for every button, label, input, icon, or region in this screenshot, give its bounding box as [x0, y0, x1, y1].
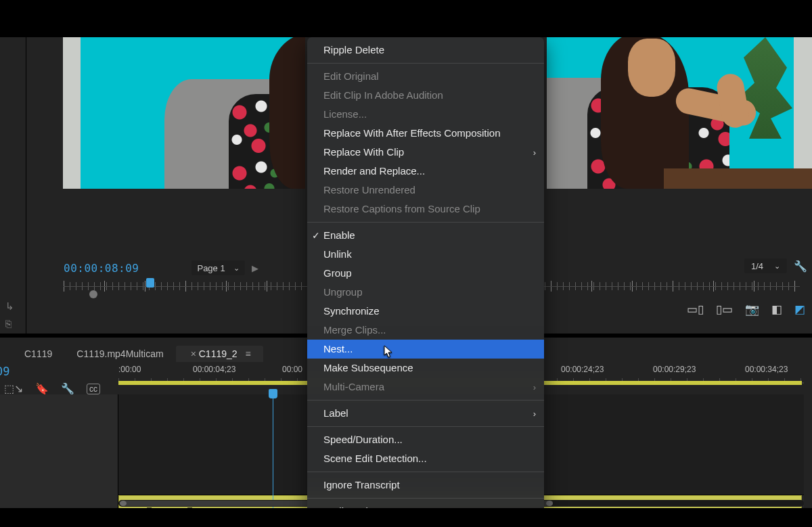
resolution-label: 1/4 — [751, 261, 763, 271]
menu-item-label: Replace With After Effects Composition — [323, 127, 501, 139]
multicam-angle-right[interactable] — [547, 37, 812, 189]
menu-item-edit-clip-in-adobe-audition: Edit Clip In Adobe Audition — [307, 86, 544, 105]
multicam-angle-left[interactable] — [63, 37, 305, 189]
insert-icon[interactable]: ↳ — [5, 300, 14, 313]
menu-item-label: Ripple Delete — [323, 44, 384, 55]
captions-icon[interactable]: cc — [87, 384, 100, 394]
menu-item-label: Synchronize — [323, 305, 380, 317]
menu-item-label: Unlink — [323, 248, 352, 260]
tab-c1119[interactable]: C1119 — [12, 346, 64, 362]
clip-context-menu[interactable]: Ripple DeleteEdit OriginalEdit Clip In A… — [307, 37, 544, 527]
menu-item-enable[interactable]: ✓Enable — [307, 226, 544, 245]
tab-label: C1119.mp4Multicam — [76, 348, 163, 359]
program-playhead[interactable] — [146, 278, 154, 288]
tab-c1119-multicam[interactable]: C1119.mp4Multicam — [64, 346, 175, 362]
scrollbar-grip-left[interactable] — [120, 501, 127, 506]
menu-item-replace-with-after-effects-composition[interactable]: Replace With After Effects Composition — [307, 124, 544, 143]
chevron-right-icon: › — [533, 380, 536, 395]
marker-icon[interactable]: 🔖 — [35, 382, 49, 395]
menu-item-label: Replace With Clip — [323, 146, 404, 158]
menu-item-group[interactable]: Group — [307, 264, 544, 283]
scrollbar-grip-right[interactable] — [546, 501, 553, 506]
settings-wrench-icon[interactable]: 🔧 — [794, 260, 807, 273]
zoom-knob-icon[interactable] — [89, 290, 97, 298]
menu-item-speed-duration[interactable]: Speed/Duration... — [307, 430, 544, 449]
letterbox-bottom — [0, 508, 812, 527]
export-frame-icon[interactable]: 📷 — [745, 302, 759, 317]
menu-item-merge-clips: Merge Clips... — [307, 321, 544, 340]
menu-item-label: Ungroup — [323, 286, 363, 298]
chevron-down-icon: ⌄ — [774, 262, 780, 271]
track-header-area[interactable] — [0, 394, 118, 508]
menu-item-label: Restore Captions from Source Clip — [323, 203, 480, 214]
close-icon[interactable]: × — [191, 348, 196, 359]
multicam-toggle-icon[interactable]: ◩ — [794, 302, 805, 317]
menu-item-label: Restore Unrendered — [323, 184, 415, 196]
sequence-tabs: C1119 C1119.mp4Multicam × C1119_2 ≡ — [12, 346, 263, 362]
menu-item-restore-captions-from-source-clip: Restore Captions from Source Clip — [307, 200, 544, 219]
resolution-selector[interactable]: 1/4 ⌄ — [744, 258, 787, 273]
play-icon[interactable]: ▶ — [252, 263, 258, 273]
menu-item-ignore-transcript[interactable]: Ignore Transcript — [307, 476, 544, 495]
menu-item-restore-unrendered: Restore Unrendered — [307, 181, 544, 200]
ruler-label: 00:00 — [282, 365, 302, 374]
extract-icon[interactable]: ▯▭ — [716, 302, 733, 317]
menu-item-label: License... — [323, 108, 367, 120]
page-selector[interactable]: Page 1 ⌄ — [191, 260, 244, 275]
menu-item-label[interactable]: Label› — [307, 404, 544, 423]
menu-item-label: Multi-Camera — [323, 381, 384, 392]
ruler-label: 00:00:34;23 — [745, 365, 788, 374]
tab-c1119-2[interactable]: × C1119_2 ≡ — [176, 346, 263, 362]
menu-item-label: Label — [323, 407, 348, 419]
timeline-timecode[interactable]: 09 — [0, 365, 9, 378]
menu-item-label: Enable — [323, 229, 355, 241]
menu-item-label: Ignore Transcript — [323, 479, 400, 490]
letterbox-top — [0, 0, 812, 37]
ruler-label: 00:00:29;23 — [653, 365, 696, 374]
menu-item-label: Make Subsequence — [323, 362, 413, 373]
menu-item-edit-original: Edit Original — [307, 67, 544, 86]
ruler-label: 00:00:04;23 — [193, 365, 235, 374]
menu-item-multi-camera: Multi-Camera› — [307, 377, 544, 396]
chevron-right-icon: › — [533, 407, 536, 421]
menu-item-make-subsequence[interactable]: Make Subsequence — [307, 359, 544, 377]
comparison-view-icon[interactable]: ◧ — [771, 302, 782, 317]
program-timecode[interactable]: 00:00:08:09 — [64, 262, 139, 275]
menu-item-scene-edit-detection[interactable]: Scene Edit Detection... — [307, 449, 544, 468]
menu-item-license: License... — [307, 105, 544, 124]
menu-item-replace-with-clip[interactable]: Replace With Clip› — [307, 143, 544, 162]
tab-label: C1119_2 — [199, 348, 238, 359]
export-frame-icon[interactable]: ⎘ — [5, 318, 14, 329]
menu-item-label: Render and Replace... — [323, 165, 425, 177]
program-button-cluster: ▭▯ ▯▭ 📷 ◧ ◩ — [687, 302, 805, 317]
timeline-playhead[interactable] — [273, 394, 273, 508]
menu-item-label: Group — [323, 267, 352, 279]
tab-label: C1119 — [24, 348, 52, 359]
panel-menu-icon[interactable]: ≡ — [245, 348, 250, 359]
menu-item-ungroup: Ungroup — [307, 283, 544, 302]
menu-item-unlink[interactable]: Unlink — [307, 245, 544, 264]
menu-item-label: Nest... — [323, 343, 353, 354]
menu-item-label: Merge Clips... — [323, 324, 386, 336]
menu-item-label: Edit Clip In Adobe Audition — [323, 89, 443, 101]
timeline-tool-row: ⬚↘ 🔖 🔧 cc — [4, 382, 100, 395]
menu-item-label: Scene Edit Detection... — [323, 453, 427, 464]
check-icon: ✓ — [312, 228, 320, 243]
settings-wrench-icon[interactable]: 🔧 — [61, 382, 74, 395]
chevron-right-icon: › — [533, 145, 536, 160]
page-selector-label: Page 1 — [197, 263, 225, 273]
menu-item-render-and-replace[interactable]: Render and Replace... — [307, 162, 544, 181]
snap-icon[interactable]: ⬚↘ — [4, 382, 23, 395]
menu-item-synchronize[interactable]: Synchronize — [307, 302, 544, 321]
menu-item-label: Speed/Duration... — [323, 434, 403, 445]
menu-item-ripple-delete[interactable]: Ripple Delete — [307, 41, 544, 60]
menu-item-nest[interactable]: Nest... — [307, 340, 544, 359]
ruler-label: :00:00 — [118, 365, 141, 374]
ruler-label: 00:00:24;23 — [561, 365, 604, 374]
lift-icon[interactable]: ▭▯ — [687, 302, 704, 317]
source-monitor-sliver: ↳ ⎘ — [0, 37, 26, 334]
menu-item-label: Edit Original — [323, 70, 379, 82]
chevron-down-icon: ⌄ — [233, 264, 240, 273]
